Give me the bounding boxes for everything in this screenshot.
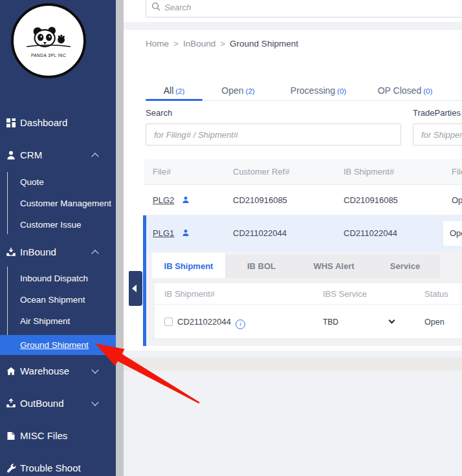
col-header-status: Status bbox=[415, 283, 462, 304]
detail-header-row: IB Shipment# IBS Service Status bbox=[155, 283, 462, 305]
file-link[interactable]: PLG1 bbox=[153, 228, 174, 238]
sidebar-item-misc-files[interactable]: MISC Files bbox=[0, 427, 116, 444]
chevron-down-icon bbox=[91, 398, 98, 406]
wrench-icon bbox=[6, 463, 16, 473]
table-row[interactable]: PLG2 CD210916085 CD210916085 Open bbox=[144, 185, 462, 215]
sidebar-item-label: Warehouse bbox=[20, 363, 69, 380]
sidebar-item-label: InBound bbox=[20, 244, 56, 261]
sidebar-item-label: OutBound bbox=[20, 395, 64, 412]
breadcrumb: Home>InBound>Ground Shipment bbox=[146, 39, 298, 49]
sidebar-item-label: MISC Files bbox=[20, 427, 67, 444]
sidebar-item-label: Customer Issue bbox=[20, 220, 82, 230]
chevron-up-icon bbox=[91, 250, 98, 257]
sidebar-item-air-shipment[interactable]: Air Shipment bbox=[20, 314, 116, 329]
filter-search-box bbox=[146, 124, 401, 146]
sidebar-item-customer-management[interactable]: Customer Management bbox=[20, 196, 116, 211]
customer-ref-cell: CD211022044 bbox=[225, 215, 335, 252]
filter-search-input[interactable] bbox=[146, 124, 401, 145]
global-search-input[interactable] bbox=[164, 0, 423, 15]
sidebar: PANDA 3PL INC Dashboard CRM Quote Custom… bbox=[0, 0, 116, 476]
tab-label: Processing bbox=[291, 85, 335, 96]
detail-tab-ib-shipment[interactable]: IB Shipment bbox=[152, 253, 225, 278]
breadcrumb-current: Ground Shipment bbox=[230, 39, 298, 49]
main-area: Home>InBound>Ground Shipment All(2) Open… bbox=[124, 0, 462, 476]
file-status-select[interactable]: Open bbox=[443, 221, 462, 246]
sidebar-item-crm[interactable]: CRM bbox=[0, 147, 116, 164]
sidebar-item-label: Inbound Dispatch bbox=[20, 274, 88, 283]
sidebar-item-label: Ground Shipment bbox=[20, 340, 89, 350]
sidebar-item-dashboard[interactable]: Dashboard bbox=[0, 114, 116, 131]
col-header-file: File# bbox=[144, 159, 225, 184]
filter-tradeparties-input[interactable] bbox=[413, 124, 462, 145]
tab-count: (2) bbox=[175, 87, 184, 95]
detail-data-row[interactable]: CD211022044i TBD Open bbox=[155, 305, 462, 338]
dashboard-icon bbox=[6, 118, 16, 128]
search-icon bbox=[151, 2, 161, 12]
sidebar-item-quote[interactable]: Quote bbox=[20, 175, 116, 190]
logo-text: PANDA 3PL INC bbox=[31, 53, 66, 58]
sidebar-item-label: Quote bbox=[20, 177, 44, 187]
sidebar-item-inbound[interactable]: InBound bbox=[0, 244, 116, 261]
page-bottom-band bbox=[124, 358, 462, 371]
ibs-service-select[interactable]: TBD bbox=[313, 305, 415, 338]
breadcrumb-home[interactable]: Home bbox=[146, 39, 169, 49]
top-bar bbox=[124, 0, 462, 22]
row-checkbox[interactable] bbox=[164, 318, 173, 326]
breadcrumb-inbound[interactable]: InBound bbox=[183, 39, 215, 49]
person-icon[interactable] bbox=[182, 216, 190, 252]
warehouse-icon bbox=[6, 366, 16, 376]
tab-label: Open bbox=[221, 85, 243, 96]
tab-processing[interactable]: Processing(0) bbox=[278, 85, 358, 100]
shipment-table: File# Customer Ref# IB Shipment# File St… bbox=[144, 159, 462, 252]
col-header-file-status: File Status bbox=[443, 159, 462, 184]
customer-ref-cell: CD210916085 bbox=[225, 185, 335, 215]
sidebar-item-outbound[interactable]: OutBound bbox=[0, 395, 116, 412]
company-logo[interactable]: PANDA 3PL INC bbox=[11, 3, 86, 78]
tab-count: (0) bbox=[337, 87, 346, 95]
tab-count: (2) bbox=[246, 87, 255, 95]
sidebar-item-customer-issue[interactable]: Customer Issue bbox=[20, 217, 116, 233]
collapse-left-icon bbox=[132, 285, 137, 292]
tab-all[interactable]: All(2) bbox=[146, 85, 203, 100]
detail-tab-service[interactable]: Service bbox=[370, 255, 440, 278]
col-header-ib-shipment: IB Shipment# bbox=[335, 159, 443, 184]
sidebar-item-inbound-dispatch[interactable]: Inbound Dispatch bbox=[20, 271, 116, 287]
tab-open[interactable]: Open(2) bbox=[206, 85, 270, 100]
outbound-icon bbox=[6, 398, 16, 409]
submenu-indicator-line bbox=[7, 266, 8, 335]
sidebar-item-label: CRM bbox=[20, 147, 42, 164]
info-icon[interactable]: i bbox=[236, 319, 245, 329]
sidebar-scrollbar[interactable] bbox=[116, 0, 124, 476]
detail-tab-ib-bol[interactable]: IB BOL bbox=[225, 255, 298, 278]
sidebar-item-ocean-shipment[interactable]: Ocean Shipment bbox=[20, 292, 116, 308]
sidebar-collapse-handle[interactable] bbox=[129, 271, 142, 306]
breadcrumb-separator: > bbox=[220, 39, 225, 49]
sidebar-item-ground-shipment-active[interactable]: Ground Shipment bbox=[0, 335, 116, 355]
status-value: Open bbox=[424, 318, 445, 327]
filter-tradeparties-label: TradeParties of File bbox=[413, 108, 462, 118]
table-header-row: File# Customer Ref# IB Shipment# File St… bbox=[144, 159, 462, 185]
person-icon[interactable] bbox=[182, 186, 190, 215]
breadcrumb-separator: > bbox=[173, 39, 179, 49]
submenu-indicator-line bbox=[7, 172, 8, 234]
global-search-box[interactable] bbox=[146, 0, 462, 17]
detail-tab-whs-alert[interactable]: WHS Alert bbox=[298, 255, 370, 278]
filter-tradeparties-box bbox=[413, 124, 462, 146]
col-header-ibs-service: IBS Service bbox=[313, 283, 415, 304]
col-header-customer-ref: Customer Ref# bbox=[225, 159, 335, 184]
sidebar-item-label: Trouble Shoot bbox=[20, 460, 81, 476]
tab-op-closed[interactable]: OP Closed(0) bbox=[365, 85, 445, 100]
content-card: Home>InBound>Ground Shipment All(2) Open… bbox=[124, 30, 462, 351]
active-tab-underline bbox=[146, 99, 203, 101]
file-status-cell: Open bbox=[443, 185, 462, 215]
file-link[interactable]: PLG2 bbox=[153, 195, 174, 205]
col-header-ib-shipment: IB Shipment# bbox=[155, 283, 313, 304]
inbound-icon bbox=[6, 247, 16, 257]
table-row-selected[interactable]: PLG1 CD211022044 CD211022044 Open bbox=[144, 215, 462, 252]
sidebar-item-label: Air Shipment bbox=[20, 316, 70, 326]
filter-search-label: Search bbox=[146, 108, 172, 118]
ib-shipment-number: CD211022044 bbox=[177, 317, 231, 327]
ib-shipment-cell: CD211022044 bbox=[335, 215, 443, 252]
sidebar-item-trouble-shoot[interactable]: Trouble Shoot bbox=[0, 460, 116, 476]
sidebar-item-warehouse[interactable]: Warehouse bbox=[0, 363, 116, 380]
